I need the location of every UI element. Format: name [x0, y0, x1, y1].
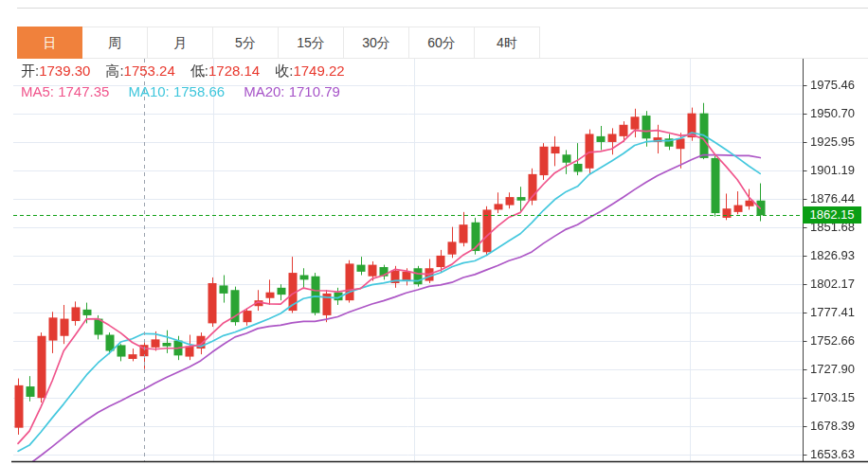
current-price-label: 1862.15 [803, 206, 861, 224]
candlestick-chart[interactable] [0, 0, 868, 465]
